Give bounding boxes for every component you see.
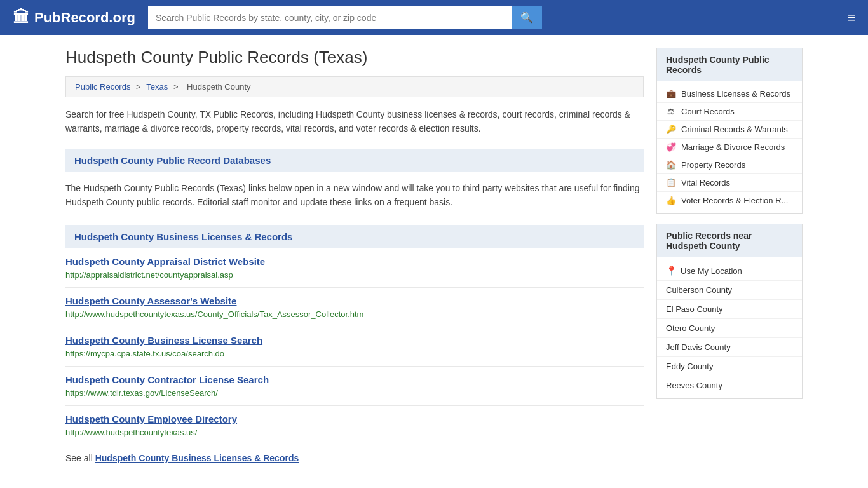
menu-icon: ≡ (847, 10, 855, 25)
use-location-link[interactable]: Use My Location (681, 266, 742, 276)
sidebar-record-icon: 📋 (666, 178, 676, 187)
sidebar-records-list: 💼 Business Licenses & Records ⚖ Court Re… (657, 81, 802, 213)
use-my-location[interactable]: 📍 Use My Location (657, 261, 802, 281)
page-title: Hudspeth County Public Records (Texas) (65, 48, 644, 67)
sidebar-record-link[interactable]: Voter Records & Election R... (681, 196, 788, 205)
record-url-link[interactable]: https://www.tdlr.texas.gov/LicenseSearch… (65, 388, 218, 398)
sidebar-record-link[interactable]: Business Licenses & Records (681, 89, 790, 98)
menu-button[interactable]: ≡ (847, 10, 855, 26)
location-pin-icon: 📍 (666, 266, 677, 276)
sidebar-record-icon: 👍 (666, 196, 676, 205)
sidebar-record-icon: 💞 (666, 142, 676, 152)
logo-text: PubRecord.org (34, 10, 135, 26)
sidebar-record-link[interactable]: Vital Records (681, 178, 730, 187)
databases-description: The Hudspeth County Public Records (Texa… (65, 172, 644, 219)
sidebar-record-link[interactable]: Marriage & Divorce Records (681, 142, 785, 152)
sidebar-record-item[interactable]: 👍 Voter Records & Election R... (657, 192, 802, 209)
sidebar-record-link[interactable]: Property Records (681, 160, 745, 170)
record-item: Hudspeth County Assessor's Website http:… (65, 288, 644, 327)
sidebar-record-icon: ⚖ (666, 107, 676, 116)
record-title-link[interactable]: Hudspeth County Business License Search (65, 335, 644, 346)
databases-heading: Hudspeth County Public Record Databases (65, 149, 644, 172)
record-url-link[interactable]: http://www.hudspethcountytexas.us/ (65, 428, 197, 437)
breadcrumb-sep1: > (136, 82, 143, 92)
search-input[interactable] (148, 6, 512, 29)
nearby-county-item[interactable]: Culberson County (657, 281, 802, 300)
sidebar-record-item[interactable]: 💞 Marriage & Divorce Records (657, 139, 802, 156)
sidebar-record-item[interactable]: ⚖ Court Records (657, 103, 802, 121)
sidebar-record-link[interactable]: Court Records (681, 107, 735, 116)
record-title-link[interactable]: Hudspeth County Assessor's Website (65, 295, 644, 306)
nearby-county-item[interactable]: Jeff Davis County (657, 338, 802, 357)
logo-icon: 🏛 (13, 8, 29, 27)
record-title-link[interactable]: Hudspeth County Appraisal District Websi… (65, 256, 644, 267)
nearby-box: Public Records near Hudspeth County 📍 Us… (656, 224, 803, 399)
biz-section-heading: Hudspeth County Business Licenses & Reco… (65, 225, 644, 248)
see-all-link[interactable]: Hudspeth County Business Licenses & Reco… (95, 453, 299, 463)
nearby-list: 📍 Use My Location Culberson CountyEl Pas… (657, 257, 802, 398)
breadcrumb-root[interactable]: Public Records (75, 82, 130, 92)
nearby-county-link[interactable]: Reeves County (666, 381, 722, 390)
breadcrumb-state[interactable]: Texas (146, 82, 168, 92)
nearby-county-link[interactable]: Jeff Davis County (666, 342, 731, 352)
record-url-link[interactable]: http://appraisaldistrict.net/countyappra… (65, 270, 233, 280)
sidebar-record-icon: 💼 (666, 89, 676, 98)
breadcrumb-sep2: > (173, 82, 180, 92)
sidebar-record-item[interactable]: 📋 Vital Records (657, 174, 802, 192)
site-header: 🏛 PubRecord.org 🔍 ≡ (0, 0, 868, 35)
breadcrumb-county: Hudspeth County (187, 82, 250, 92)
record-item: Hudspeth County Employee Directory http:… (65, 406, 644, 445)
record-title-link[interactable]: Hudspeth County Employee Directory (65, 414, 644, 424)
search-icon: 🔍 (520, 12, 533, 23)
record-url-link[interactable]: http://www.hudspethcountytexas.us/County… (65, 309, 363, 319)
public-records-box-header: Hudspeth County Public Records (657, 48, 802, 81)
sidebar-record-item[interactable]: 💼 Business Licenses & Records (657, 85, 802, 103)
search-bar: 🔍 (148, 6, 542, 29)
nearby-county-item[interactable]: El Paso County (657, 300, 802, 319)
nearby-county-link[interactable]: Eddy County (666, 362, 713, 371)
public-records-box: Hudspeth County Public Records 💼 Busines… (656, 48, 803, 214)
sidebar-record-item[interactable]: 🔑 Criminal Records & Warrants (657, 121, 802, 139)
sidebar-record-item[interactable]: 🏠 Property Records (657, 156, 802, 174)
site-logo[interactable]: 🏛 PubRecord.org (13, 8, 135, 27)
sidebar: Hudspeth County Public Records 💼 Busines… (656, 48, 803, 471)
nearby-county-item[interactable]: Eddy County (657, 357, 802, 376)
record-list: Hudspeth County Appraisal District Websi… (65, 248, 644, 445)
see-all: See all Hudspeth County Business License… (65, 445, 644, 471)
sidebar-record-link[interactable]: Criminal Records & Warrants (681, 125, 788, 134)
record-item: Hudspeth County Appraisal District Websi… (65, 248, 644, 288)
nearby-county-item[interactable]: Reeves County (657, 376, 802, 395)
record-item: Hudspeth County Contractor License Searc… (65, 367, 644, 406)
nearby-county-link[interactable]: Otero County (666, 323, 715, 333)
record-url-link[interactable]: https://mycpa.cpa.state.tx.us/coa/search… (65, 349, 224, 358)
see-all-text: See all (65, 453, 93, 463)
record-title-link[interactable]: Hudspeth County Contractor License Searc… (65, 374, 644, 385)
nearby-county-link[interactable]: El Paso County (666, 304, 723, 314)
page-description: Search for free Hudspeth County, TX Publ… (65, 107, 644, 136)
nearby-box-header: Public Records near Hudspeth County (657, 224, 802, 257)
content-wrapper: Hudspeth County Public Records (Texas) P… (53, 35, 815, 484)
nearby-county-item[interactable]: Otero County (657, 319, 802, 338)
search-button[interactable]: 🔍 (512, 6, 542, 29)
main-content: Hudspeth County Public Records (Texas) P… (65, 48, 644, 471)
sidebar-record-icon: 🔑 (666, 125, 676, 134)
sidebar-record-icon: 🏠 (666, 160, 676, 170)
breadcrumb: Public Records > Texas > Hudspeth County (65, 76, 644, 97)
record-item: Hudspeth County Business License Search … (65, 327, 644, 367)
nearby-county-link[interactable]: Culberson County (666, 285, 732, 295)
